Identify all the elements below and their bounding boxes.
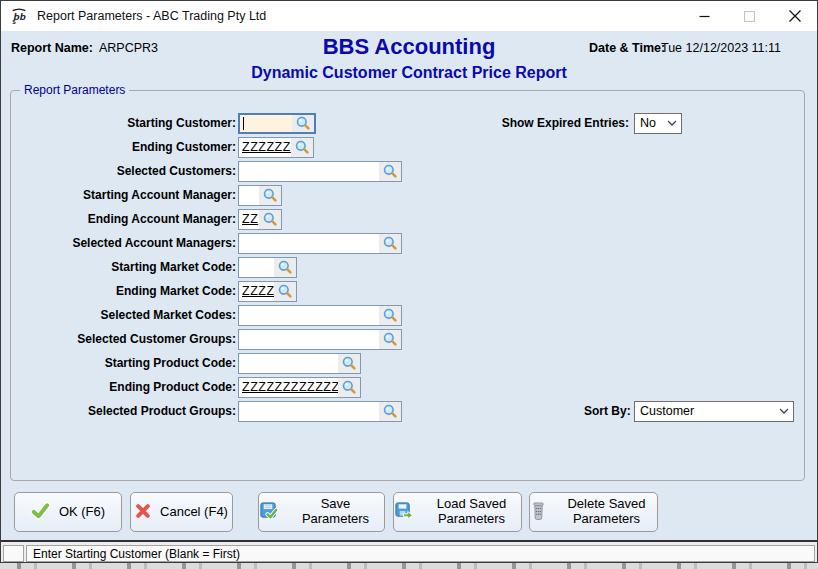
selected-customers-label: Selected Customers: [11,164,236,178]
ok-button-label: OK (F6) [59,505,105,520]
field-row: Selected Customer Groups: [11,327,402,351]
lookup-field-ending-customer: ZZZZZZ [238,137,314,158]
load-button-label: Load Saved Parameters [422,497,521,527]
selected-customer-groups-input[interactable] [239,330,379,349]
minimize-icon [699,11,710,22]
ending-account-manager-label: Ending Account Manager: [11,212,236,226]
ending-market-code-input[interactable]: ZZZZ [239,282,274,301]
report-parameters-group: Report Parameters Starting Customer:Endi… [10,90,805,481]
starting-market-code-lookup-button[interactable] [274,258,296,277]
titlebar: bb s Report Parameters - ABC Trading Pty… [1,1,817,31]
starting-product-code-label: Starting Product Code: [11,356,236,370]
sort-by-select[interactable]: Customer [634,401,794,422]
ending-account-manager-input[interactable]: ZZ [239,210,259,229]
selected-account-managers-lookup-button[interactable] [379,234,401,253]
starting-account-manager-lookup-button[interactable] [259,186,281,205]
field-row: Selected Customers: [11,159,402,183]
ending-product-code-input[interactable]: ZZZZZZZZZZZZ [239,378,338,397]
report-title: Dynamic Customer Contract Price Report [1,64,817,82]
field-row: Starting Customer: [11,111,402,135]
magnifier-icon [294,139,310,155]
starting-customer-lookup-button[interactable] [292,115,314,132]
load-disk-arrow-icon [394,501,413,523]
cross-icon [135,503,151,522]
maximize-button[interactable] [727,1,772,31]
lookup-field-starting-product-code [238,353,361,374]
status-bar: Enter Starting Customer (Blank = First) [1,542,817,562]
selected-market-codes-input[interactable] [239,306,379,325]
datetime-value: Tue 12/12/2023 11:11 [661,41,781,55]
save-disk-check-icon [259,501,278,523]
field-row: Ending Market Code:ZZZZ [11,279,402,303]
field-row: Ending Customer:ZZZZZZ [11,135,402,159]
field-row: Selected Market Codes: [11,303,402,327]
ending-customer-input[interactable]: ZZZZZZ [239,138,291,157]
header: Report Name: ARPCPR3 BBS Accounting Dyna… [1,31,817,91]
sort-by-label: Sort By: [584,404,629,418]
magnifier-icon [341,379,357,395]
ending-customer-lookup-button[interactable] [291,138,313,157]
bbs-logo-icon: bb s [9,6,29,26]
selected-market-codes-lookup-button[interactable] [379,306,401,325]
selected-account-managers-input[interactable] [239,234,379,253]
check-icon [31,501,50,523]
magnifier-icon [295,115,311,131]
starting-customer-input[interactable] [240,115,292,132]
selected-product-groups-lookup-button[interactable] [379,402,401,421]
ending-market-code-lookup-button[interactable] [274,282,296,301]
show-expired-select[interactable]: No [634,113,682,134]
selected-customers-input[interactable] [239,162,379,181]
field-row: Selected Account Managers: [11,231,402,255]
save-button[interactable]: Save Parameters [258,492,385,532]
magnifier-icon [262,187,278,203]
lookup-field-selected-account-managers [238,233,402,254]
lookup-field-ending-account-manager: ZZ [238,209,282,230]
delete-button[interactable]: Delete Saved Parameters [529,492,658,532]
show-expired-row: Show Expired Entries: No [501,111,682,135]
minimize-button[interactable] [682,1,727,31]
lookup-field-selected-market-codes [238,305,402,326]
background-window-sliver [0,563,818,569]
ending-market-code-label: Ending Market Code: [11,284,236,298]
sort-by-value: Customer [640,404,775,418]
close-button[interactable] [772,1,817,31]
ending-account-manager-value: ZZ [242,212,258,226]
starting-product-code-lookup-button[interactable] [338,354,360,373]
selected-product-groups-input[interactable] [239,402,379,421]
magnifier-icon [277,259,293,275]
field-row: Ending Account Manager:ZZ [11,207,402,231]
chevron-down-icon [663,120,681,126]
ending-account-manager-lookup-button[interactable] [259,210,281,229]
window-controls [682,1,817,31]
lookup-field-ending-market-code: ZZZZ [238,281,297,302]
show-expired-label: Show Expired Entries: [501,116,629,130]
delete-bin-icon [530,501,547,523]
magnifier-icon [382,235,398,251]
selected-customer-groups-lookup-button[interactable] [379,330,401,349]
magnifier-icon [382,163,398,179]
magnifier-icon [382,307,398,323]
starting-customer-label: Starting Customer: [11,116,236,130]
selected-customers-lookup-button[interactable] [379,162,401,181]
ending-customer-value: ZZZZZZ [242,140,291,154]
sort-by-row: Sort By: Customer [584,399,794,423]
lookup-field-starting-customer [238,113,316,134]
starting-market-code-input[interactable] [239,258,274,277]
field-row: Starting Market Code: [11,255,402,279]
starting-product-code-input[interactable] [239,354,338,373]
status-message-cell: Enter Starting Customer (Blank = First) [26,545,815,562]
cancel-button[interactable]: Cancel (F4) [130,492,233,532]
load-button[interactable]: Load Saved Parameters [393,492,522,532]
datetime-label: Date & Time: [589,41,665,55]
magnifier-icon [262,211,278,227]
lookup-field-ending-product-code: ZZZZZZZZZZZZ [238,377,361,398]
starting-account-manager-input[interactable] [239,186,259,205]
close-icon [789,10,801,22]
field-row: Selected Product Groups: [11,399,402,423]
ok-button[interactable]: OK (F6) [14,492,122,532]
lookup-field-starting-market-code [238,257,297,278]
ending-product-code-lookup-button[interactable] [338,378,360,397]
field-row: Ending Product Code:ZZZZZZZZZZZZ [11,375,402,399]
ending-market-code-value: ZZZZ [242,284,274,298]
magnifier-icon [341,355,357,371]
